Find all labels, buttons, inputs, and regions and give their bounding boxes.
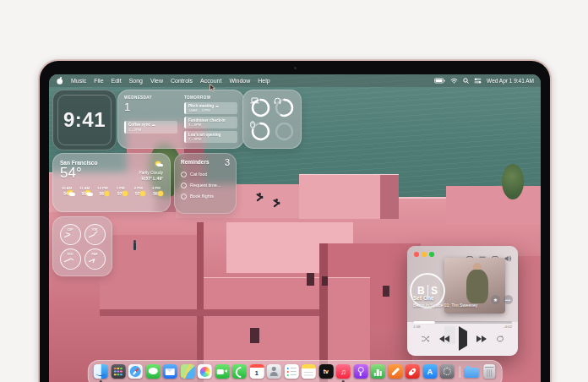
play-button[interactable] bbox=[459, 331, 467, 347]
album-title: Beats In Space 01: Tim Sweeney bbox=[413, 303, 498, 308]
building-shape bbox=[446, 186, 541, 225]
dock-icon-numbers[interactable] bbox=[371, 364, 385, 379]
reminder-checkbox[interactable] bbox=[181, 183, 187, 188]
batteries-widget[interactable] bbox=[242, 90, 302, 149]
reminder-item[interactable]: Book flights bbox=[181, 194, 230, 199]
battery-ring-headphones bbox=[274, 97, 295, 118]
mouse-cursor bbox=[210, 80, 215, 96]
dock-icon-rocket[interactable] bbox=[406, 364, 420, 379]
calendar-event-title: Pitch meeting bbox=[188, 104, 214, 108]
person-figure bbox=[133, 240, 136, 243]
calendar-event-title: Fundraiser check-in bbox=[188, 118, 235, 123]
building-shadow bbox=[100, 309, 319, 316]
control-center-icon[interactable] bbox=[474, 78, 482, 84]
building-shape bbox=[100, 235, 201, 311]
dock-icon-pages[interactable] bbox=[388, 364, 402, 379]
track-title: Set One bbox=[413, 295, 434, 301]
dock-icon-contacts[interactable] bbox=[267, 364, 281, 379]
clock-widget-time: 9:41 bbox=[63, 108, 106, 132]
progress-bar[interactable] bbox=[413, 321, 512, 324]
search-icon[interactable] bbox=[463, 78, 469, 84]
mouse-icon bbox=[250, 121, 271, 142]
calendar-event-title: Coffee sync bbox=[128, 123, 150, 127]
repeat-button[interactable] bbox=[496, 336, 504, 342]
person-figure bbox=[275, 199, 278, 201]
dock-icon-folder[interactable] bbox=[465, 368, 479, 379]
battery-ring-empty bbox=[274, 121, 295, 142]
world-clock-widget[interactable]: CUP TOK SYD PAR bbox=[52, 216, 112, 276]
zoom-window-button[interactable] bbox=[429, 252, 434, 257]
menu-item-view[interactable]: View bbox=[150, 78, 163, 84]
reminder-checkbox[interactable] bbox=[181, 172, 187, 177]
dock-icon-messages[interactable] bbox=[145, 364, 160, 379]
dock-icon-settings[interactable] bbox=[440, 364, 455, 379]
analog-clock-tokyo: TOK bbox=[84, 224, 106, 245]
menu-item-window[interactable]: Window bbox=[229, 78, 250, 84]
menu-bar-clock[interactable]: Wed Apr 1 9:41 AM bbox=[487, 78, 534, 84]
remaining-time: -4:02 bbox=[504, 325, 512, 329]
cloud-icon: ☁ bbox=[151, 123, 155, 127]
dock-icon-finder[interactable] bbox=[94, 364, 108, 379]
dock-icon-notes[interactable] bbox=[302, 364, 316, 379]
weather-hour: 12 PM56° bbox=[95, 186, 109, 196]
reminders-title: Reminders bbox=[181, 159, 210, 165]
dock-icon-app-store[interactable]: A bbox=[422, 364, 437, 379]
dock-icon-photos[interactable] bbox=[198, 364, 212, 379]
dock-icon-phone[interactable] bbox=[232, 364, 247, 379]
dock-icon-facetime[interactable] bbox=[215, 364, 229, 379]
building-shadow bbox=[197, 222, 204, 382]
window-opening bbox=[383, 286, 389, 297]
menu-item-file[interactable]: File bbox=[94, 78, 103, 84]
calendar-event[interactable]: Coffee sync ☁ 1 – 2PM bbox=[124, 121, 177, 134]
calendar-event-time: 11AM – 12PM bbox=[188, 108, 235, 112]
reminder-item[interactable]: Request time... bbox=[181, 183, 230, 188]
volume-icon[interactable] bbox=[504, 250, 512, 265]
more-options-button[interactable]: ••• bbox=[504, 295, 513, 304]
elapsed-time: 1:08 bbox=[413, 325, 421, 329]
shuffle-button[interactable] bbox=[422, 336, 430, 342]
reminders-widget[interactable]: Reminders 3 Cat food Request time... Boo… bbox=[174, 153, 237, 214]
calendar-tomorrow-column: TOMORROW Pitch meeting ☁ 11AM – 12PM Fun… bbox=[184, 96, 237, 143]
marketing-backdrop: Music File Edit Song View Controls Accou… bbox=[0, 0, 588, 382]
calendar-event[interactable]: Pitch meeting ☁ 11AM – 12PM bbox=[184, 102, 237, 115]
dock-icon-mail[interactable] bbox=[163, 364, 177, 379]
music-mini-player-window[interactable]: B S Set One Beats In Space 01: Tim Sween… bbox=[407, 246, 518, 356]
dock-icon-launchpad[interactable] bbox=[111, 364, 125, 379]
menu-item-edit[interactable]: Edit bbox=[112, 78, 122, 84]
dock-icon-maps[interactable] bbox=[180, 364, 194, 379]
reminder-item[interactable]: Cat food bbox=[181, 172, 230, 177]
calendar-event[interactable]: Lou's art opening 7 – 9PM bbox=[184, 131, 237, 144]
dock-icon-podcasts[interactable] bbox=[353, 364, 368, 379]
dock-icon-calendar[interactable]: 1 bbox=[249, 364, 264, 379]
laptop-icon bbox=[250, 97, 271, 118]
close-window-button[interactable] bbox=[414, 252, 419, 257]
weather-hour: 2 PM57° bbox=[132, 186, 145, 196]
apple-menu-icon[interactable] bbox=[57, 77, 63, 85]
calendar-event[interactable]: Fundraiser check-in 3 – 6PM bbox=[184, 117, 237, 129]
calendar-widget[interactable]: WEDNESDAY 1 Coffee sync ☁ 1 – 2PM TOMORR… bbox=[117, 90, 244, 149]
battery-icon[interactable] bbox=[434, 78, 445, 84]
menu-item-controls[interactable]: Controls bbox=[171, 78, 193, 84]
menu-item-help[interactable]: Help bbox=[258, 78, 270, 84]
dock-icon-reminders[interactable] bbox=[284, 364, 298, 379]
dock-icon-music[interactable]: ♫ bbox=[336, 364, 351, 379]
weather-widget[interactable]: San Francisco 54° Partly Cloudy H:57° L:… bbox=[52, 153, 171, 212]
minimize-window-button[interactable] bbox=[422, 252, 427, 257]
progress-fill bbox=[413, 321, 435, 324]
menu-item-song[interactable]: Song bbox=[129, 78, 143, 84]
weather-hour: 3 PM56° bbox=[150, 186, 163, 196]
next-track-button[interactable] bbox=[476, 336, 487, 342]
previous-track-button[interactable] bbox=[439, 336, 449, 342]
dock-icon-trash[interactable] bbox=[483, 364, 495, 379]
weather-high-low: H:57° L:49° bbox=[139, 176, 163, 182]
weather-hour: 1 PM57° bbox=[114, 186, 128, 196]
dock-icon-safari[interactable] bbox=[128, 364, 143, 379]
favorite-star-button[interactable]: ★ bbox=[491, 295, 500, 304]
building-shape bbox=[299, 174, 399, 219]
wifi-icon[interactable] bbox=[450, 78, 458, 84]
calendar-today-column: WEDNESDAY 1 Coffee sync ☁ 1 – 2PM bbox=[124, 96, 177, 143]
dock-icon-apple-tv[interactable]: tv bbox=[318, 364, 333, 379]
reminder-checkbox[interactable] bbox=[181, 194, 187, 199]
menu-item-music[interactable]: Music bbox=[71, 78, 86, 84]
clock-widget[interactable]: 9:41 bbox=[52, 90, 117, 150]
